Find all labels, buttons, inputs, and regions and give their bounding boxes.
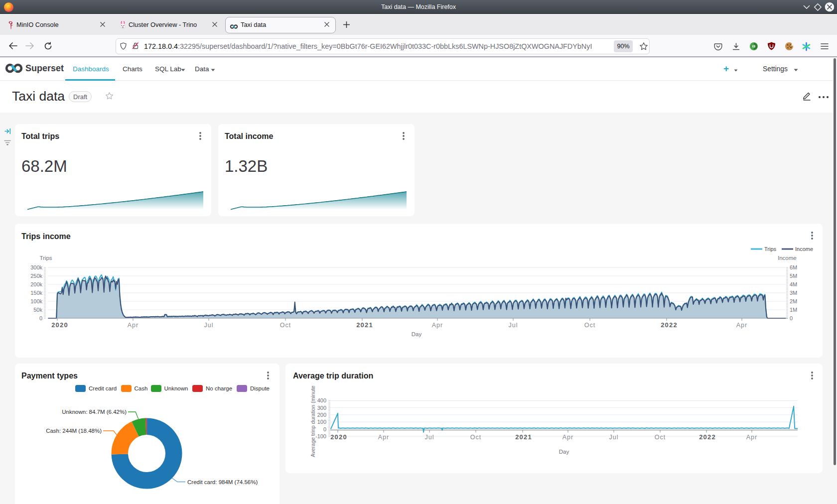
svg-text:Jul: Jul (609, 434, 619, 441)
svg-text:0: 0 (323, 426, 326, 432)
svg-text:2020: 2020 (330, 433, 347, 441)
svg-text:400: 400 (317, 397, 326, 403)
svg-text:50k: 50k (33, 307, 42, 313)
svg-text:-100: -100 (315, 433, 326, 439)
svg-text:2020: 2020 (51, 321, 68, 329)
svg-text:Credit card: 984M (74.56%): Credit card: 984M (74.56%) (187, 479, 258, 485)
svg-text:Day: Day (559, 449, 569, 455)
svg-text:0: 0 (39, 315, 42, 321)
svg-text:Jul: Jul (425, 434, 434, 441)
svg-text:100: 100 (317, 419, 326, 425)
svg-text:Oct: Oct (470, 434, 481, 441)
svg-text:6M: 6M (790, 264, 797, 270)
svg-text:2022: 2022 (661, 321, 678, 329)
svg-text:Trips: Trips (39, 255, 52, 261)
svg-text:Average trinp duration (minute: Average trinp duration (minute (310, 385, 316, 457)
svg-text:4M: 4M (790, 281, 797, 287)
svg-text:2M: 2M (790, 298, 797, 304)
svg-text:1M: 1M (790, 307, 797, 313)
svg-text:150k: 150k (30, 290, 42, 296)
svg-text:Oct: Oct (584, 322, 595, 329)
svg-text:100k: 100k (30, 298, 42, 304)
svg-text:Trips: Trips (764, 246, 777, 252)
svg-text:Income: Income (795, 246, 813, 252)
svg-text:300: 300 (317, 405, 326, 411)
svg-text:Cash: 244M (18.48%): Cash: 244M (18.48%) (46, 428, 102, 434)
svg-text:5M: 5M (790, 273, 797, 279)
svg-text:200k: 200k (30, 281, 42, 287)
svg-text:250k: 250k (30, 273, 42, 279)
svg-text:Jul: Jul (509, 322, 518, 329)
svg-text:Income: Income (778, 255, 797, 261)
svg-text:Day: Day (412, 331, 422, 337)
svg-text:Oct: Oct (280, 322, 291, 329)
svg-text:Apr: Apr (128, 322, 139, 329)
svg-text:Jul: Jul (204, 322, 214, 329)
svg-text:Apr: Apr (378, 434, 389, 441)
svg-text:3M: 3M (790, 290, 797, 296)
svg-text:2021: 2021 (515, 433, 532, 441)
svg-text:Apr: Apr (736, 322, 747, 329)
svg-text:300k: 300k (30, 264, 42, 270)
svg-text:2021: 2021 (356, 321, 373, 329)
svg-text:2022: 2022 (699, 433, 716, 441)
svg-text:Oct: Oct (655, 434, 666, 441)
svg-text:Unknown: 84.7M (6.42%): Unknown: 84.7M (6.42%) (62, 409, 127, 415)
svg-text:0: 0 (790, 315, 793, 321)
svg-text:200: 200 (317, 412, 326, 418)
svg-text:Apr: Apr (432, 322, 443, 329)
svg-text:Apr: Apr (562, 434, 573, 441)
svg-text:Apr: Apr (746, 434, 757, 441)
